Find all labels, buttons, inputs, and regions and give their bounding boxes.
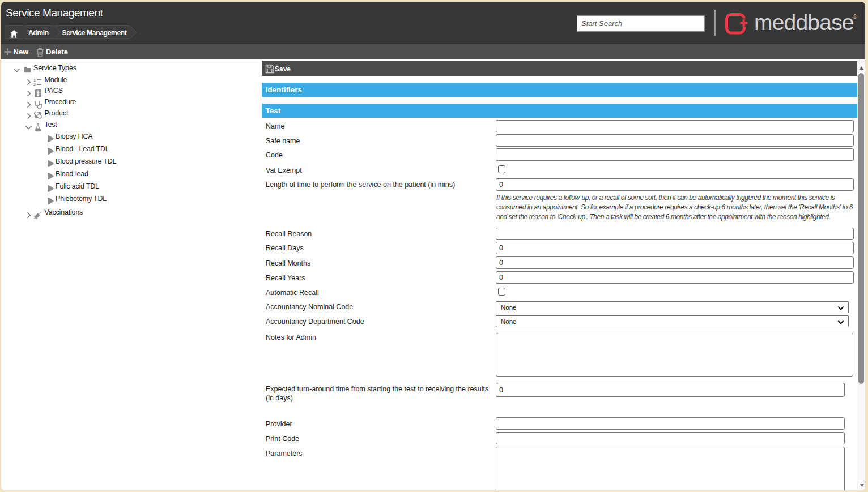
svg-text:Admin: Admin [28, 29, 49, 37]
svg-text:Service Management: Service Management [62, 29, 127, 37]
svg-text:2: 2 [33, 82, 36, 87]
